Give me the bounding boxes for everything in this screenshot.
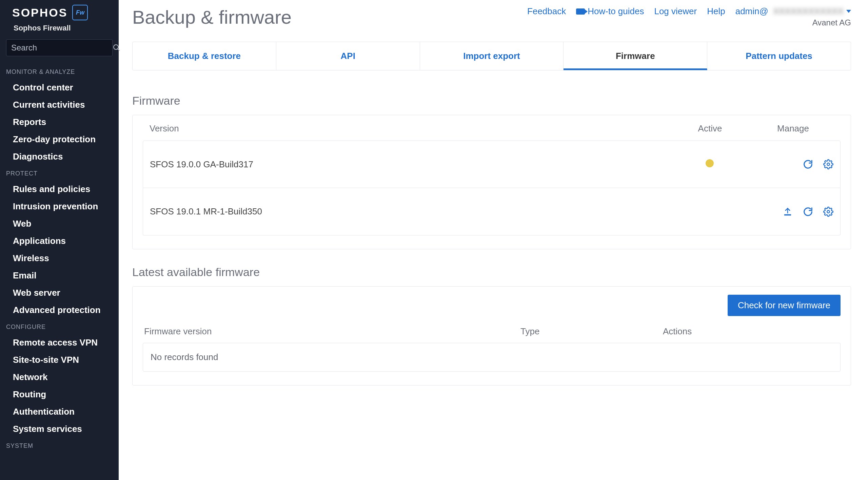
tab-api[interactable]: API [276, 42, 420, 70]
main-content: Backup & firmware Feedback How-to guides… [119, 0, 868, 480]
firmware-active [667, 159, 752, 170]
firmware-heading: Firmware [132, 94, 851, 107]
nav-item[interactable]: Rules and policies [0, 181, 119, 198]
svg-point-4 [827, 210, 830, 213]
nav-item[interactable]: Diagnostics [0, 148, 119, 165]
firmware-row: SFOS 19.0.1 MR-1-Build350 [143, 188, 841, 235]
nav-section-title: PROTECT [0, 165, 119, 181]
firmware-version: SFOS 19.0.0 GA-Build317 [150, 159, 667, 170]
brand-subtitle: Sophos Firewall [0, 24, 119, 39]
svg-point-0 [114, 45, 118, 49]
gear-icon[interactable] [823, 159, 833, 169]
nav-item[interactable]: Reports [0, 113, 119, 131]
nav-section-title: CONFIGURE [0, 319, 119, 334]
top-links: Feedback How-to guides Log viewer Help a… [527, 6, 851, 27]
nav-item[interactable]: Intrusion prevention [0, 198, 119, 215]
nav-item[interactable]: Web [0, 215, 119, 232]
nav-item[interactable]: Control center [0, 79, 119, 96]
nav-item[interactable]: Current activities [0, 96, 119, 113]
firmware-table-header: Version Active Manage [143, 123, 841, 141]
search-input[interactable] [11, 43, 113, 53]
brand-badge: Fw [72, 5, 88, 20]
svg-point-2 [827, 163, 830, 166]
check-firmware-button[interactable]: Check for new firmware [728, 295, 841, 316]
active-dot-icon [706, 159, 714, 167]
nav-item[interactable]: System services [0, 420, 119, 438]
tab-import-export[interactable]: Import export [420, 42, 564, 70]
user-obscured: XXXXXXXXXXXX [773, 6, 844, 17]
sidebar: SOPHOS Fw Sophos Firewall MONITOR & ANAL… [0, 0, 119, 480]
nav-item[interactable]: Advanced protection [0, 301, 119, 319]
refresh-icon[interactable] [803, 159, 813, 169]
nav-section-title: SYSTEM [0, 438, 119, 453]
nav-item[interactable]: Email [0, 267, 119, 284]
nav-item[interactable]: Routing [0, 386, 119, 403]
howto-label: How-to guides [588, 6, 644, 17]
account-user[interactable]: admin@ XXXXXXXXXXXX [735, 6, 851, 17]
latest-table-header: Firmware version Type Actions [143, 326, 841, 343]
firmware-manage [752, 159, 833, 169]
latest-heading: Latest available firmware [132, 266, 851, 279]
help-link[interactable]: Help [707, 6, 725, 17]
account-block: admin@ XXXXXXXXXXXX Avanet AG [735, 6, 851, 27]
feedback-link[interactable]: Feedback [527, 6, 566, 17]
tab-backup-restore[interactable]: Backup & restore [133, 42, 276, 70]
gear-icon[interactable] [823, 207, 833, 217]
firmware-manage [752, 207, 833, 217]
latest-panel: Check for new firmware Firmware version … [132, 286, 851, 385]
nav-item[interactable]: Applications [0, 232, 119, 250]
nav-item[interactable]: Authentication [0, 403, 119, 420]
tab-firmware[interactable]: Firmware [564, 42, 707, 70]
nav-item[interactable]: Remote access VPN [0, 334, 119, 351]
nav-item[interactable]: Network [0, 369, 119, 386]
col-manage-label: Manage [752, 123, 834, 134]
upload-icon[interactable] [783, 207, 793, 217]
topbar: Backup & firmware Feedback How-to guides… [132, 6, 851, 28]
user-prefix: admin@ [735, 6, 768, 17]
col-version-label: Version [150, 123, 668, 134]
nav-item[interactable]: Site-to-site VPN [0, 351, 119, 369]
nav-item[interactable]: Zero-day protection [0, 131, 119, 148]
latest-col-actions: Actions [663, 326, 839, 337]
log-viewer-link[interactable]: Log viewer [654, 6, 697, 17]
latest-empty-row: No records found [143, 343, 841, 372]
latest-col-version: Firmware version [144, 326, 520, 337]
firmware-row: SFOS 19.0.0 GA-Build317 [143, 141, 841, 188]
tabs: Backup & restoreAPIImport exportFirmware… [132, 42, 851, 70]
refresh-icon[interactable] [803, 207, 813, 217]
brand-logo: SOPHOS Fw [0, 5, 119, 24]
nav-item[interactable]: Web server [0, 284, 119, 301]
account-org: Avanet AG [735, 18, 851, 27]
page-title: Backup & firmware [132, 6, 292, 28]
brand-name: SOPHOS [12, 6, 67, 19]
nav-item[interactable]: Wireless [0, 250, 119, 267]
firmware-panel: Version Active Manage SFOS 19.0.0 GA-Bui… [132, 115, 851, 249]
nav-section-title: MONITOR & ANALYZE [0, 64, 119, 79]
col-active-label: Active [668, 123, 752, 134]
tab-pattern-updates[interactable]: Pattern updates [707, 42, 851, 70]
video-icon [576, 8, 585, 15]
howto-guides-link[interactable]: How-to guides [576, 6, 644, 17]
search-box[interactable] [6, 39, 113, 56]
firmware-version: SFOS 19.0.1 MR-1-Build350 [150, 206, 667, 217]
chevron-down-icon [846, 10, 851, 13]
latest-col-type: Type [520, 326, 663, 337]
svg-rect-3 [784, 214, 791, 215]
